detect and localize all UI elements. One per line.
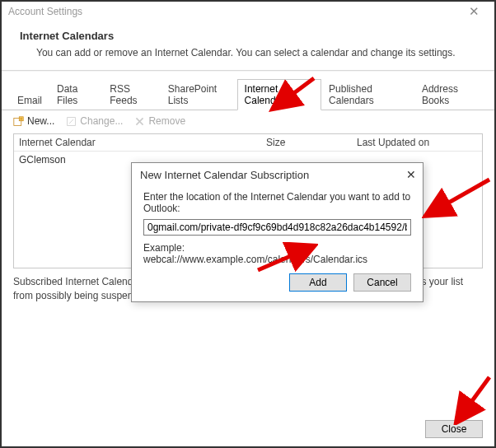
toolbar: New... Change... Remove [2,110,494,132]
modal-close-icon[interactable]: ✕ [393,168,416,181]
page-header: Internet Calendars You can add or remove… [2,21,494,70]
tab-address-books[interactable]: Address Books [414,79,486,110]
annotation-arrow-icon [452,374,494,425]
remove-icon [134,116,145,127]
tab-label: Internet Calendars [245,83,290,106]
close-button[interactable]: Close [425,420,483,438]
change-label: Change... [80,115,123,127]
modal-title: New Internet Calendar Subscription [140,169,309,181]
window-titlebar: Account Settings ✕ [2,2,494,21]
tab-datafiles[interactable]: Data Files [49,79,102,110]
modal-body: Enter the location of the Internet Calen… [132,186,423,301]
new-button[interactable]: New... [13,115,54,127]
modal-prompt: Enter the location of the Internet Calen… [143,191,411,214]
tab-sharepoint[interactable]: SharePoint Lists [161,79,237,110]
tab-label: SharePoint Lists [168,83,217,106]
remove-label: Remove [148,115,185,127]
list-header: Internet Calendar Size Last Updated on [14,134,482,152]
modal-titlebar: New Internet Calendar Subscription ✕ [132,163,423,186]
tab-label: Published Calendars [329,83,374,106]
new-icon [13,116,24,127]
new-label: New... [27,115,54,127]
tab-published-calendars[interactable]: Published Calendars [321,79,414,110]
dialog-buttons: Close [425,420,483,438]
page-title: Internet Calendars [20,30,476,42]
tab-label: Address Books [422,83,458,106]
modal-buttons: Add Cancel [143,273,411,292]
calendar-url-input[interactable] [143,219,411,236]
tab-rss[interactable]: RSS Feeds [102,79,161,110]
change-button[interactable]: Change... [66,115,123,127]
col-name: Internet Calendar [19,137,266,148]
tab-email[interactable]: Email [10,91,49,110]
col-updated: Last Updated on [357,137,477,148]
close-icon[interactable]: ✕ [460,4,488,19]
tab-internet-calendars[interactable]: Internet Calendars [237,79,322,110]
change-icon [66,116,77,127]
new-subscription-dialog: New Internet Calendar Subscription ✕ Ent… [131,162,423,302]
tab-strip: Email Data Files RSS Feeds SharePoint Li… [2,72,494,110]
cancel-button[interactable]: Cancel [353,273,411,292]
tab-label: Data Files [57,83,77,106]
col-size: Size [266,137,357,148]
add-button[interactable]: Add [289,273,347,292]
modal-example: Example: webcal://www.example.com/calend… [143,242,411,265]
tab-label: Email [17,95,42,106]
window-title: Account Settings [8,6,82,17]
page-desc: You can add or remove an Internet Calend… [20,47,476,58]
tab-label: RSS Feeds [110,83,137,106]
remove-button[interactable]: Remove [134,115,185,127]
